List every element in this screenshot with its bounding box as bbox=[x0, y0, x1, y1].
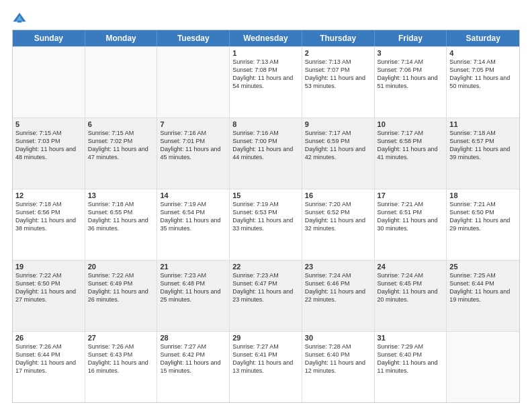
cell-info: Sunrise: 7:14 AM Sunset: 7:06 PM Dayligh… bbox=[378, 58, 444, 91]
calendar-cell: 21Sunrise: 7:23 AM Sunset: 6:48 PM Dayli… bbox=[157, 261, 230, 331]
day-number: 17 bbox=[378, 191, 444, 199]
cell-info: Sunrise: 7:19 AM Sunset: 6:53 PM Dayligh… bbox=[232, 200, 299, 233]
calendar-cell: 11Sunrise: 7:18 AM Sunset: 6:57 PM Dayli… bbox=[447, 118, 519, 189]
calendar-cell: 18Sunrise: 7:21 AM Sunset: 6:50 PM Dayli… bbox=[447, 189, 519, 260]
calendar-row: 26Sunrise: 7:26 AM Sunset: 6:44 PM Dayli… bbox=[13, 331, 519, 402]
cell-info: Sunrise: 7:23 AM Sunset: 6:47 PM Dayligh… bbox=[232, 271, 299, 304]
day-number: 10 bbox=[378, 120, 444, 128]
header bbox=[12, 11, 520, 26]
calendar-cell: 13Sunrise: 7:18 AM Sunset: 6:55 PM Dayli… bbox=[85, 189, 158, 260]
day-number: 16 bbox=[305, 191, 371, 199]
page: SundayMondayTuesdayWednesdayThursdayFrid… bbox=[0, 0, 532, 411]
calendar-cell: 24Sunrise: 7:24 AM Sunset: 6:45 PM Dayli… bbox=[375, 261, 447, 331]
cell-info: Sunrise: 7:27 AM Sunset: 6:42 PM Dayligh… bbox=[160, 342, 226, 375]
calendar-cell: 31Sunrise: 7:29 AM Sunset: 6:40 PM Dayli… bbox=[375, 332, 447, 402]
day-number: 12 bbox=[15, 191, 82, 199]
calendar-cell bbox=[447, 332, 519, 402]
calendar-cell: 14Sunrise: 7:19 AM Sunset: 6:54 PM Dayli… bbox=[157, 189, 230, 260]
calendar-cell: 4Sunrise: 7:14 AM Sunset: 7:05 PM Daylig… bbox=[447, 47, 519, 118]
day-number: 23 bbox=[305, 263, 371, 271]
calendar-cell: 8Sunrise: 7:16 AM Sunset: 7:00 PM Daylig… bbox=[230, 118, 302, 189]
cell-info: Sunrise: 7:21 AM Sunset: 6:50 PM Dayligh… bbox=[449, 200, 517, 233]
calendar-cell: 10Sunrise: 7:17 AM Sunset: 6:58 PM Dayli… bbox=[375, 118, 447, 189]
calendar-cell: 29Sunrise: 7:27 AM Sunset: 6:41 PM Dayli… bbox=[230, 332, 302, 402]
day-number: 24 bbox=[378, 263, 444, 271]
cell-info: Sunrise: 7:29 AM Sunset: 6:40 PM Dayligh… bbox=[378, 342, 444, 375]
logo-icon bbox=[12, 11, 27, 26]
calendar-cell: 16Sunrise: 7:20 AM Sunset: 6:52 PM Dayli… bbox=[302, 189, 375, 260]
day-number: 22 bbox=[232, 263, 299, 271]
calendar-cell: 6Sunrise: 7:15 AM Sunset: 7:02 PM Daylig… bbox=[85, 118, 158, 189]
calendar-cell: 27Sunrise: 7:26 AM Sunset: 6:43 PM Dayli… bbox=[85, 332, 158, 402]
cell-info: Sunrise: 7:17 AM Sunset: 6:58 PM Dayligh… bbox=[378, 129, 444, 162]
cell-info: Sunrise: 7:15 AM Sunset: 7:02 PM Dayligh… bbox=[88, 129, 154, 162]
calendar-header-cell: Monday bbox=[85, 30, 158, 46]
day-number: 3 bbox=[378, 49, 444, 57]
calendar-cell: 25Sunrise: 7:25 AM Sunset: 6:44 PM Dayli… bbox=[447, 261, 519, 331]
cell-info: Sunrise: 7:16 AM Sunset: 7:01 PM Dayligh… bbox=[160, 129, 226, 162]
day-number: 21 bbox=[160, 263, 226, 271]
day-number: 6 bbox=[88, 120, 154, 128]
day-number: 1 bbox=[232, 49, 299, 57]
day-number: 13 bbox=[88, 191, 154, 199]
calendar-cell: 17Sunrise: 7:21 AM Sunset: 6:51 PM Dayli… bbox=[375, 189, 447, 260]
calendar-cell: 7Sunrise: 7:16 AM Sunset: 7:01 PM Daylig… bbox=[157, 118, 230, 189]
day-number: 29 bbox=[232, 334, 299, 342]
cell-info: Sunrise: 7:18 AM Sunset: 6:55 PM Dayligh… bbox=[88, 200, 154, 233]
calendar-row: 19Sunrise: 7:22 AM Sunset: 6:50 PM Dayli… bbox=[13, 260, 519, 331]
calendar-header-cell: Friday bbox=[375, 30, 447, 46]
calendar-cell: 1Sunrise: 7:13 AM Sunset: 7:08 PM Daylig… bbox=[230, 47, 302, 118]
cell-info: Sunrise: 7:14 AM Sunset: 7:05 PM Dayligh… bbox=[449, 58, 517, 91]
calendar: SundayMondayTuesdayWednesdayThursdayFrid… bbox=[12, 30, 520, 403]
calendar-cell: 23Sunrise: 7:24 AM Sunset: 6:46 PM Dayli… bbox=[302, 261, 375, 331]
day-number: 8 bbox=[232, 120, 299, 128]
calendar-cell: 2Sunrise: 7:13 AM Sunset: 7:07 PM Daylig… bbox=[302, 47, 375, 118]
calendar-header-row: SundayMondayTuesdayWednesdayThursdayFrid… bbox=[13, 30, 519, 46]
cell-info: Sunrise: 7:28 AM Sunset: 6:40 PM Dayligh… bbox=[305, 342, 371, 375]
calendar-cell: 19Sunrise: 7:22 AM Sunset: 6:50 PM Dayli… bbox=[13, 261, 85, 331]
day-number: 7 bbox=[160, 120, 226, 128]
calendar-header-cell: Thursday bbox=[302, 30, 375, 46]
cell-info: Sunrise: 7:21 AM Sunset: 6:51 PM Dayligh… bbox=[378, 200, 444, 233]
cell-info: Sunrise: 7:22 AM Sunset: 6:49 PM Dayligh… bbox=[88, 271, 154, 304]
cell-info: Sunrise: 7:20 AM Sunset: 6:52 PM Dayligh… bbox=[305, 200, 371, 233]
day-number: 28 bbox=[160, 334, 226, 342]
cell-info: Sunrise: 7:25 AM Sunset: 6:44 PM Dayligh… bbox=[449, 271, 517, 304]
calendar-cell: 28Sunrise: 7:27 AM Sunset: 6:42 PM Dayli… bbox=[157, 332, 230, 402]
calendar-cell: 5Sunrise: 7:15 AM Sunset: 7:03 PM Daylig… bbox=[13, 118, 85, 189]
cell-info: Sunrise: 7:17 AM Sunset: 6:59 PM Dayligh… bbox=[305, 129, 371, 162]
calendar-body: 1Sunrise: 7:13 AM Sunset: 7:08 PM Daylig… bbox=[13, 46, 519, 402]
day-number: 18 bbox=[449, 191, 517, 199]
svg-rect-2 bbox=[17, 21, 21, 23]
day-number: 25 bbox=[449, 263, 517, 271]
cell-info: Sunrise: 7:24 AM Sunset: 6:45 PM Dayligh… bbox=[378, 271, 444, 304]
day-number: 5 bbox=[15, 120, 82, 128]
calendar-cell: 20Sunrise: 7:22 AM Sunset: 6:49 PM Dayli… bbox=[85, 261, 158, 331]
calendar-cell: 15Sunrise: 7:19 AM Sunset: 6:53 PM Dayli… bbox=[230, 189, 302, 260]
day-number: 4 bbox=[449, 49, 517, 57]
calendar-row: 5Sunrise: 7:15 AM Sunset: 7:03 PM Daylig… bbox=[13, 118, 519, 189]
day-number: 11 bbox=[449, 120, 517, 128]
cell-info: Sunrise: 7:26 AM Sunset: 6:43 PM Dayligh… bbox=[88, 342, 154, 375]
day-number: 20 bbox=[88, 263, 154, 271]
calendar-cell bbox=[157, 47, 230, 118]
day-number: 26 bbox=[15, 334, 82, 342]
calendar-cell: 22Sunrise: 7:23 AM Sunset: 6:47 PM Dayli… bbox=[230, 261, 302, 331]
cell-info: Sunrise: 7:27 AM Sunset: 6:41 PM Dayligh… bbox=[232, 342, 299, 375]
cell-info: Sunrise: 7:18 AM Sunset: 6:56 PM Dayligh… bbox=[15, 200, 82, 233]
day-number: 30 bbox=[305, 334, 371, 342]
calendar-cell bbox=[13, 47, 85, 118]
cell-info: Sunrise: 7:19 AM Sunset: 6:54 PM Dayligh… bbox=[160, 200, 226, 233]
day-number: 19 bbox=[15, 263, 82, 271]
calendar-row: 12Sunrise: 7:18 AM Sunset: 6:56 PM Dayli… bbox=[13, 189, 519, 260]
cell-info: Sunrise: 7:18 AM Sunset: 6:57 PM Dayligh… bbox=[449, 129, 517, 162]
day-number: 27 bbox=[88, 334, 154, 342]
cell-info: Sunrise: 7:13 AM Sunset: 7:07 PM Dayligh… bbox=[305, 58, 371, 91]
calendar-cell: 9Sunrise: 7:17 AM Sunset: 6:59 PM Daylig… bbox=[302, 118, 375, 189]
cell-info: Sunrise: 7:22 AM Sunset: 6:50 PM Dayligh… bbox=[15, 271, 82, 304]
day-number: 31 bbox=[378, 334, 444, 342]
calendar-header-cell: Wednesday bbox=[230, 30, 302, 46]
calendar-cell: 26Sunrise: 7:26 AM Sunset: 6:44 PM Dayli… bbox=[13, 332, 85, 402]
cell-info: Sunrise: 7:13 AM Sunset: 7:08 PM Dayligh… bbox=[232, 58, 299, 91]
cell-info: Sunrise: 7:26 AM Sunset: 6:44 PM Dayligh… bbox=[15, 342, 82, 375]
